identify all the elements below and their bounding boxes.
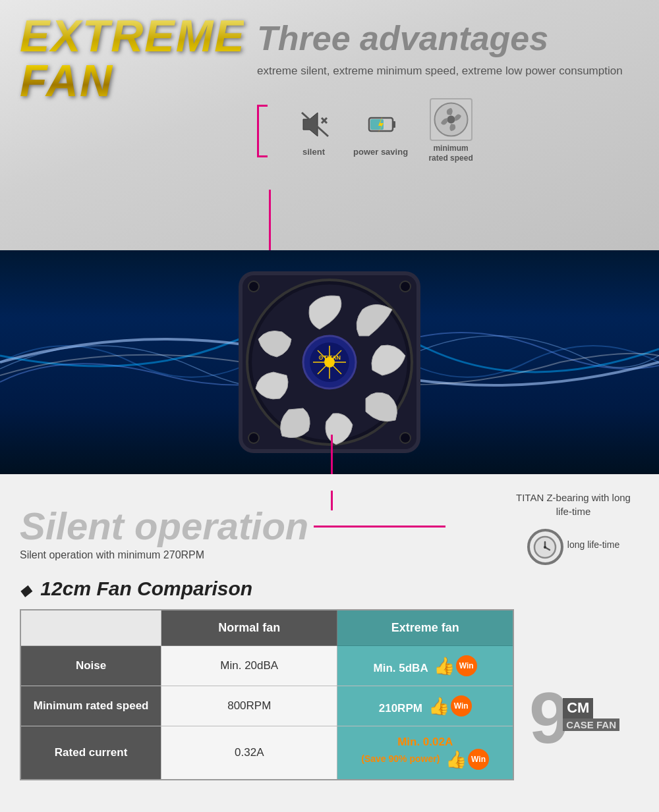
silent-section: Silent operation Silent operation with m… bbox=[0, 474, 659, 571]
fan-banner: ⊙TITAN bbox=[0, 250, 659, 474]
silent-subtitle: Silent operation with minimum 270RPM bbox=[20, 549, 445, 561]
svg-point-11 bbox=[248, 281, 259, 292]
win-badge-noise: 👍 Win bbox=[434, 655, 477, 676]
win-badge-current: 👍 Win bbox=[445, 749, 489, 770]
size-unit-box: CM CASE FAN bbox=[563, 698, 619, 730]
row-minspeed-label: Minimum rated speed bbox=[20, 686, 161, 726]
diamond-icon: ◆ bbox=[20, 582, 31, 599]
svg-rect-5 bbox=[393, 121, 395, 128]
svg-point-12 bbox=[400, 281, 411, 292]
extreme-fan-title: EXTREME FAN bbox=[20, 13, 244, 103]
zbearing-box: TITAN Z-bearing with long life-time long… bbox=[507, 491, 639, 565]
win-badge-minspeed: 👍 Win bbox=[428, 695, 472, 717]
row-minspeed-normal: 800RPM bbox=[161, 686, 337, 726]
row-noise-label: Noise bbox=[20, 646, 161, 686]
silent-pink-horizontal bbox=[314, 526, 445, 528]
row-noise-extreme: Min. 5dBA 👍 Win bbox=[337, 646, 513, 686]
zbearing-text: TITAN Z-bearing with long life-time bbox=[507, 491, 639, 518]
silent-left: Silent operation Silent operation with m… bbox=[20, 491, 445, 561]
bracket-decoration bbox=[257, 105, 268, 157]
size-label: CASE FAN bbox=[563, 718, 619, 731]
row-current-main-value: Min. 0.02A bbox=[397, 736, 453, 748]
row-current-save-note: (Save 90% power) bbox=[361, 753, 440, 764]
silent-label: silent bbox=[302, 147, 325, 157]
power-saving-label: power saving bbox=[353, 147, 408, 157]
fan-graphic: ⊙TITAN bbox=[237, 270, 422, 454]
table-header-row: Normal fan Extreme fan bbox=[20, 610, 513, 646]
min-speed-label: minimum rated speed bbox=[428, 144, 474, 164]
silent-icon bbox=[294, 105, 333, 144]
svg-point-9 bbox=[447, 115, 455, 123]
silent-icon-item: silent bbox=[294, 105, 333, 157]
table-row: Minimum rated speed 800RPM 210RPM 👍 Win bbox=[20, 686, 513, 726]
comparison-table: Normal fan Extreme fan Noise Min. 20dBA … bbox=[20, 609, 514, 780]
logo-area: EXTREME FAN bbox=[20, 13, 244, 103]
power-saving-icon bbox=[361, 105, 401, 144]
comparison-title: ◆ 12cm Fan Comparison bbox=[20, 578, 639, 600]
lifetime-row: long life-time bbox=[507, 524, 639, 565]
advantages-subtitle: extreme silent, extreme minimum speed, e… bbox=[257, 63, 639, 80]
advantages-title: Three advantages bbox=[257, 20, 639, 57]
advantages-area: Three advantages extreme silent, extreme… bbox=[244, 13, 639, 164]
row-current-normal: 0.32A bbox=[161, 726, 337, 780]
svg-point-14 bbox=[400, 433, 411, 443]
th-empty bbox=[20, 610, 161, 646]
clock-icon bbox=[527, 529, 563, 565]
power-saving-icon-item: power saving bbox=[353, 105, 408, 157]
comparison-wrapper: Normal fan Extreme fan Noise Min. 20dBA … bbox=[20, 609, 639, 780]
silent-title-row: Silent operation bbox=[20, 507, 445, 545]
table-row: Rated current 0.32A Min. 0.02A (Save 90%… bbox=[20, 726, 513, 780]
row-minspeed-extreme: 210RPM 👍 Win bbox=[337, 686, 513, 726]
silent-operation-title: Silent operation bbox=[20, 507, 308, 545]
size-unit: CM bbox=[563, 698, 593, 718]
row-current-extreme: Min. 0.02A (Save 90% power) 👍 Win bbox=[337, 726, 513, 780]
long-lifetime-label: long life-time bbox=[567, 539, 619, 550]
row-noise-normal: Min. 20dBA bbox=[161, 646, 337, 686]
th-normal-fan: Normal fan bbox=[161, 610, 337, 646]
svg-point-28 bbox=[544, 546, 546, 549]
fan-to-silent-connector bbox=[331, 435, 333, 474]
comparison-title-text: 12cm Fan Comparison bbox=[40, 578, 252, 599]
min-speed-icon bbox=[430, 98, 473, 141]
icons-row: silent power saving bbox=[257, 98, 639, 164]
top-section: EXTREME FAN Three advantages extreme sil… bbox=[0, 0, 659, 250]
th-extreme-fan: Extreme fan bbox=[337, 610, 513, 646]
row-current-label: Rated current bbox=[20, 726, 161, 780]
comparison-section: ◆ 12cm Fan Comparison Normal fan Extreme… bbox=[0, 571, 659, 800]
svg-point-24 bbox=[324, 357, 335, 367]
svg-point-13 bbox=[248, 433, 259, 443]
min-speed-icon-item: minimum rated speed bbox=[428, 98, 474, 164]
size-badge: 9 CM CASE FAN bbox=[494, 675, 619, 761]
table-row: Noise Min. 20dBA Min. 5dBA 👍 Win bbox=[20, 646, 513, 686]
